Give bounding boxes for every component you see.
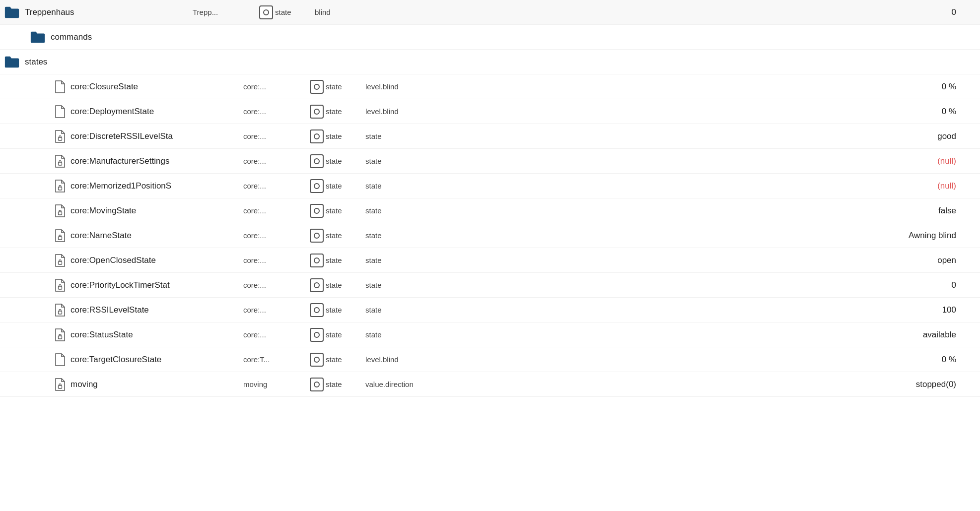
- circle-button[interactable]: [310, 328, 324, 342]
- col-circle: [257, 5, 275, 19]
- file-plain-icon: [55, 105, 66, 118]
- col-shortname: core:T...: [243, 355, 308, 364]
- row-label: core:StatusState: [70, 330, 133, 340]
- circle-button[interactable]: [310, 179, 324, 193]
- inner-circle: [314, 282, 320, 288]
- col-type: state: [326, 281, 365, 289]
- file-lock-icon: [55, 229, 66, 242]
- circle-button[interactable]: [310, 353, 324, 367]
- inner-circle: [314, 233, 320, 239]
- col-circle: [308, 179, 326, 193]
- col-name: core:MovingState: [55, 204, 243, 217]
- col-qualifier: state: [365, 132, 455, 140]
- col-shortname: core:...: [243, 231, 308, 240]
- col-shortname: core:...: [243, 82, 308, 91]
- row-label: core:ClosureState: [70, 82, 138, 92]
- file-lock-icon: [55, 130, 66, 143]
- col-shortname: core:...: [243, 330, 308, 339]
- file-lock-icon: [55, 180, 66, 192]
- col-qualifier: state: [365, 182, 455, 190]
- col-type: state: [326, 380, 365, 388]
- col-circle: [308, 278, 326, 292]
- col-circle: [308, 229, 326, 243]
- circle-button[interactable]: [310, 254, 324, 267]
- inner-circle: [314, 382, 320, 387]
- inner-circle: [263, 9, 269, 15]
- col-type: state: [326, 206, 365, 215]
- row-label: core:NameState: [70, 231, 132, 241]
- tree-row-treppenhaus: Treppenhaus Trepp... state blind 0: [0, 0, 980, 25]
- row-label: moving: [70, 380, 98, 389]
- col-name: core:PriorityLockTimerStat: [55, 279, 243, 292]
- col-qualifier: state: [365, 206, 455, 215]
- file-plain-icon: [55, 353, 66, 366]
- svg-rect-6: [59, 286, 62, 289]
- tree-row-commands: commands: [0, 25, 980, 50]
- inner-circle: [314, 133, 320, 139]
- col-value: 0: [455, 280, 976, 290]
- col-value: (null): [455, 156, 976, 166]
- inner-circle: [314, 183, 320, 189]
- inner-circle: [314, 307, 320, 313]
- circle-button[interactable]: [310, 105, 324, 119]
- tree-row-targetclosurestate: core:TargetClosureState core:T... state …: [0, 347, 980, 372]
- row-label: core:DeploymentState: [70, 107, 154, 117]
- col-value: (null): [455, 181, 976, 191]
- col-name: core:RSSILevelState: [55, 304, 243, 317]
- col-value: 0 %: [455, 107, 976, 117]
- col-circle: [308, 353, 326, 367]
- svg-rect-0: [59, 137, 62, 140]
- col-shortname: Trepp...: [193, 8, 257, 16]
- tree-row-states: states: [0, 50, 980, 74]
- circle-button[interactable]: [310, 129, 324, 143]
- svg-rect-8: [59, 336, 62, 339]
- col-name: core:DiscreteRSSILevelSta: [55, 130, 243, 143]
- col-qualifier: level.blind: [365, 355, 455, 364]
- circle-button[interactable]: [259, 5, 273, 19]
- circle-button[interactable]: [310, 154, 324, 168]
- inner-circle: [314, 257, 320, 263]
- col-name: states: [4, 56, 193, 68]
- file-lock-icon: [55, 155, 66, 168]
- col-qualifier: state: [365, 281, 455, 289]
- col-name: core:ClosureState: [55, 80, 243, 93]
- col-circle: [308, 80, 326, 94]
- folder-icon: [30, 31, 46, 44]
- row-label: core:RSSILevelState: [70, 305, 149, 315]
- circle-button[interactable]: [310, 80, 324, 94]
- folder-icon: [4, 56, 20, 68]
- col-type: state: [326, 355, 365, 364]
- col-name: Treppenhaus: [4, 6, 193, 19]
- inner-circle: [314, 158, 320, 164]
- col-value: 100: [455, 305, 976, 315]
- col-value: 0 %: [455, 355, 976, 365]
- tree-row-namestate: core:NameState core:... state state Awni…: [0, 223, 980, 248]
- row-label: core:Memorized1PositionS: [70, 181, 171, 191]
- col-qualifier: blind: [315, 8, 404, 16]
- row-label: core:MovingState: [70, 206, 136, 216]
- col-name: core:NameState: [55, 229, 243, 242]
- col-qualifier: level.blind: [365, 107, 455, 116]
- svg-rect-4: [59, 237, 62, 240]
- col-shortname: core:...: [243, 306, 308, 314]
- circle-button[interactable]: [310, 378, 324, 391]
- row-label: commands: [51, 32, 92, 42]
- svg-rect-5: [59, 261, 62, 264]
- tree-row-memorized1positions: core:Memorized1PositionS core:... state …: [0, 174, 980, 198]
- circle-button[interactable]: [310, 204, 324, 218]
- col-name: core:ManufacturerSettings: [55, 155, 243, 168]
- col-name: core:TargetClosureState: [55, 353, 243, 366]
- col-name: core:DeploymentState: [55, 105, 243, 118]
- col-value: open: [455, 256, 976, 265]
- col-qualifier: value.direction: [365, 380, 455, 388]
- circle-button[interactable]: [310, 229, 324, 243]
- tree-row-prioritylocktimers: core:PriorityLockTimerStat core:... stat…: [0, 273, 980, 298]
- col-value: available: [455, 330, 976, 340]
- col-circle: [308, 303, 326, 317]
- circle-button[interactable]: [310, 278, 324, 292]
- col-qualifier: state: [365, 330, 455, 339]
- col-type: state: [326, 256, 365, 264]
- circle-button[interactable]: [310, 303, 324, 317]
- col-type: state: [326, 132, 365, 140]
- col-value: good: [455, 131, 976, 141]
